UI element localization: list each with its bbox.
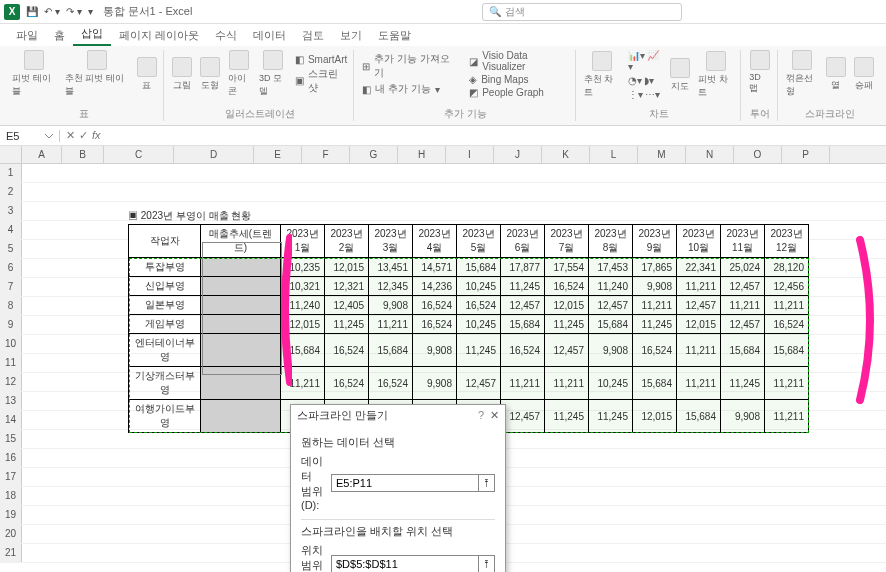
screenshot-button[interactable]: ▣ 스크린샷 (295, 67, 347, 95)
sparkline-line-button[interactable]: 꺾은선형 (786, 50, 818, 98)
row-header[interactable]: 13 (0, 392, 22, 410)
row-header[interactable]: 14 (0, 411, 22, 429)
fx-icon[interactable]: fx (92, 129, 101, 142)
data-cell[interactable]: 16,524 (457, 296, 501, 315)
data-cell[interactable]: 13,451 (369, 258, 413, 277)
tab-help[interactable]: 도움말 (370, 25, 419, 46)
tab-review[interactable]: 검토 (294, 25, 332, 46)
data-cell[interactable]: 11,211 (721, 296, 765, 315)
data-cell[interactable]: 15,684 (589, 315, 633, 334)
pictures-button[interactable]: 그림 (172, 57, 192, 92)
data-cell[interactable]: 11,240 (281, 296, 325, 315)
search-box[interactable]: 🔍 검색 (482, 3, 682, 21)
get-addins-button[interactable]: ⊞ 추가 기능 가져오기 (362, 52, 455, 80)
data-cell[interactable]: 11,245 (721, 367, 765, 400)
data-cell[interactable]: 28,120 (765, 258, 809, 277)
data-cell[interactable]: 12,457 (721, 315, 765, 334)
dialog-close-icon[interactable]: ✕ (490, 409, 499, 422)
row-header[interactable]: 17 (0, 468, 22, 486)
dialog-titlebar[interactable]: 스파크라인 만들기 ? ✕ (291, 405, 505, 425)
data-cell[interactable]: 12,457 (721, 277, 765, 296)
sparkline-column-button[interactable]: 열 (826, 57, 846, 92)
data-cell[interactable]: 12,405 (325, 296, 369, 315)
col-A[interactable]: A (22, 146, 62, 163)
data-cell[interactable]: 11,211 (633, 296, 677, 315)
collapse-data-range-icon[interactable]: ⭱ (479, 474, 495, 492)
data-cell[interactable]: 16,524 (545, 277, 589, 296)
data-cell[interactable]: 16,524 (325, 334, 369, 367)
3d-models-button[interactable]: 3D 모델 (259, 50, 287, 98)
data-cell[interactable]: 22,341 (677, 258, 721, 277)
data-cell[interactable]: 15,684 (281, 334, 325, 367)
data-cell[interactable]: 12,457 (589, 296, 633, 315)
maps-button[interactable]: 지도 (670, 58, 690, 93)
data-cell[interactable]: 15,684 (721, 334, 765, 367)
trend-cell[interactable] (201, 296, 281, 315)
col-O[interactable]: O (734, 146, 782, 163)
data-cell[interactable]: 11,245 (501, 277, 545, 296)
data-cell[interactable]: 12,015 (325, 258, 369, 277)
tab-data[interactable]: 데이터 (245, 25, 294, 46)
data-cell[interactable]: 15,684 (501, 315, 545, 334)
data-cell[interactable]: 9,908 (721, 400, 765, 433)
data-cell[interactable]: 14,236 (413, 277, 457, 296)
data-cell[interactable]: 11,245 (545, 315, 589, 334)
data-cell[interactable]: 11,245 (589, 400, 633, 433)
trend-cell[interactable] (201, 315, 281, 334)
data-cell[interactable]: 17,877 (501, 258, 545, 277)
data-cell[interactable]: 17,865 (633, 258, 677, 277)
trend-cell[interactable] (201, 400, 281, 433)
row-header[interactable]: 20 (0, 525, 22, 543)
col-H[interactable]: H (398, 146, 446, 163)
chart-type-1[interactable]: 📊▾ 📈▾ (628, 50, 662, 72)
trend-cell[interactable] (201, 258, 281, 277)
row-header[interactable]: 12 (0, 373, 22, 391)
people-graph-button[interactable]: ◩ People Graph (469, 87, 568, 98)
tab-pagelayout[interactable]: 페이지 레이아웃 (111, 25, 207, 46)
trend-cell[interactable] (201, 334, 281, 367)
data-cell[interactable]: 17,453 (589, 258, 633, 277)
data-cell[interactable]: 11,245 (325, 315, 369, 334)
worksheet-grid[interactable]: A B C D E F G H I J K L M N O P 12345678… (0, 146, 886, 563)
icons-button[interactable]: 아이콘 (228, 50, 251, 98)
data-cell[interactable]: 12,457 (545, 334, 589, 367)
data-cell[interactable]: 9,908 (413, 334, 457, 367)
dialog-help-icon[interactable]: ? (478, 409, 484, 421)
tab-view[interactable]: 보기 (332, 25, 370, 46)
qat-more[interactable]: ▾ (88, 6, 93, 17)
row-header[interactable]: 16 (0, 449, 22, 467)
qat-save-icon[interactable]: 💾 (26, 6, 38, 17)
data-cell[interactable]: 25,024 (721, 258, 765, 277)
row-header[interactable]: 8 (0, 297, 22, 315)
row-header[interactable]: 7 (0, 278, 22, 296)
tab-insert[interactable]: 삽입 (73, 23, 111, 46)
data-cell[interactable]: 15,684 (765, 334, 809, 367)
data-cell[interactable]: 11,211 (369, 315, 413, 334)
table-button[interactable]: 표 (137, 57, 157, 92)
data-cell[interactable]: 11,211 (677, 334, 721, 367)
row-header[interactable]: 5 (0, 240, 22, 258)
row-header[interactable]: 6 (0, 259, 22, 277)
col-G[interactable]: G (350, 146, 398, 163)
chart-type-3[interactable]: ⋮▾ ⋯▾ (628, 89, 662, 100)
my-addins-button[interactable]: ◧ 내 추가 기능 ▾ (362, 82, 455, 96)
collapse-location-range-icon[interactable]: ⭱ (479, 555, 495, 572)
data-cell[interactable]: 10,245 (457, 277, 501, 296)
data-cell[interactable]: 9,908 (369, 296, 413, 315)
data-cell[interactable]: 12,015 (633, 400, 677, 433)
data-cell[interactable]: 11,211 (677, 367, 721, 400)
tab-home[interactable]: 홈 (46, 25, 73, 46)
data-cell[interactable]: 9,908 (633, 277, 677, 296)
data-cell[interactable]: 9,908 (589, 334, 633, 367)
data-cell[interactable]: 11,245 (633, 315, 677, 334)
data-cell[interactable]: 12,015 (545, 296, 589, 315)
data-cell[interactable]: 14,571 (413, 258, 457, 277)
data-cell[interactable]: 11,211 (765, 367, 809, 400)
data-cell[interactable]: 16,524 (325, 367, 369, 400)
data-cell[interactable]: 16,524 (413, 296, 457, 315)
col-C[interactable]: C (104, 146, 174, 163)
data-cell[interactable]: 16,524 (633, 334, 677, 367)
data-cell[interactable]: 15,684 (633, 367, 677, 400)
qat-undo-icon[interactable]: ↶ ▾ (44, 6, 60, 17)
data-cell[interactable]: 11,211 (545, 367, 589, 400)
